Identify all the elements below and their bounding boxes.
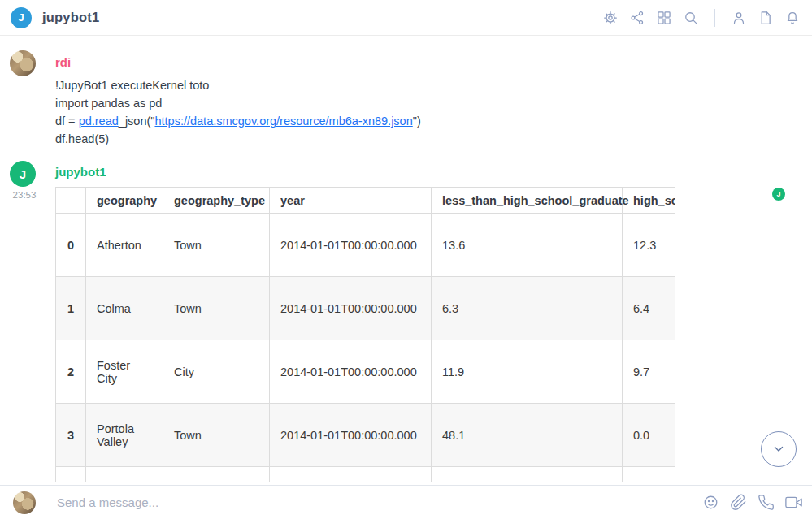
current-user-avatar bbox=[13, 491, 36, 514]
row-index: 2 bbox=[56, 340, 86, 404]
table-row: 0 Atherton Town 2014-01-01T00:00:00.000 … bbox=[56, 214, 676, 277]
table-cell: Portola Valley bbox=[86, 404, 163, 467]
table-cell: 13.6 bbox=[432, 214, 623, 277]
table-row-partial bbox=[56, 467, 676, 482]
emoji-icon[interactable] bbox=[701, 494, 719, 512]
table-cell: City bbox=[163, 340, 270, 404]
column-header: less_than_high_school_graduate bbox=[432, 188, 623, 214]
table-cell: Colma bbox=[86, 277, 163, 340]
code-text: df = bbox=[55, 115, 79, 128]
pd-read-link[interactable]: pd.read bbox=[79, 115, 119, 128]
paperclip-icon[interactable] bbox=[729, 494, 747, 512]
jupybot1-username[interactable]: jupybot1 bbox=[55, 165, 106, 179]
row-index bbox=[56, 467, 86, 482]
table-cell: 2014-01-01T00:00:00.000 bbox=[270, 214, 432, 277]
scroll-to-bottom-button[interactable] bbox=[761, 431, 797, 467]
gear-icon[interactable] bbox=[601, 9, 619, 27]
table-cell: 6.3 bbox=[432, 277, 623, 340]
phone-icon[interactable] bbox=[757, 494, 775, 512]
channel-title: jupybot1 bbox=[42, 10, 99, 25]
table-cell: 2014-01-01T00:00:00.000 bbox=[270, 404, 432, 467]
dataframe-table: geography geography_type year less_than_… bbox=[55, 187, 675, 482]
table-cell: 12.3 bbox=[623, 214, 676, 277]
table-cell: 6.4 bbox=[623, 277, 676, 340]
table-cell: 9.7 bbox=[623, 340, 676, 404]
message-input[interactable] bbox=[57, 495, 701, 509]
table-cell: 2014-01-01T00:00:00.000 bbox=[270, 340, 432, 404]
table-cell: 0.0 bbox=[623, 404, 676, 467]
table-row: 2 Foster City City 2014-01-01T00:00:00.0… bbox=[56, 340, 676, 404]
rdi-message-text: !JupyBot1 executeKernel toto import pand… bbox=[55, 76, 421, 148]
composer-actions bbox=[701, 494, 802, 512]
bell-icon[interactable] bbox=[784, 9, 801, 27]
table-row: 3 Portola Valley Town 2014-01-01T00:00:0… bbox=[56, 404, 676, 467]
table-cell: Town bbox=[163, 214, 270, 277]
person-icon[interactable] bbox=[730, 9, 748, 27]
header-actions bbox=[601, 0, 801, 36]
table-cell bbox=[432, 467, 623, 482]
table-cell: Foster City bbox=[86, 340, 163, 404]
column-header: geography bbox=[86, 188, 163, 214]
grid-icon[interactable] bbox=[655, 9, 673, 27]
row-index: 0 bbox=[56, 214, 86, 277]
table-cell bbox=[623, 467, 676, 482]
channel-header: J jupybot1 bbox=[0, 0, 812, 36]
table-cell bbox=[163, 467, 270, 482]
code-text: _json(" bbox=[119, 115, 155, 128]
chat-window: J jupybot1 bbox=[0, 0, 812, 519]
table-cell: 48.1 bbox=[432, 404, 623, 467]
table-cell: 2014-01-01T00:00:00.000 bbox=[270, 277, 432, 340]
rdi-username[interactable]: rdi bbox=[55, 55, 71, 69]
message-line: df.head(5) bbox=[55, 130, 421, 148]
column-header: high_sc bbox=[623, 188, 676, 214]
table-cell: Town bbox=[163, 404, 270, 467]
share-icon[interactable] bbox=[628, 9, 646, 27]
channel-avatar[interactable]: J bbox=[11, 7, 32, 28]
table-cell bbox=[270, 467, 432, 482]
message-timestamp: 23:53 bbox=[9, 190, 40, 200]
search-icon[interactable] bbox=[682, 9, 700, 27]
table-header-row: geography geography_type year less_than_… bbox=[56, 188, 676, 214]
message-line: import pandas as pd bbox=[55, 94, 421, 112]
column-header: geography_type bbox=[163, 188, 270, 214]
bot-presence-badge: J bbox=[772, 188, 785, 201]
jupybot1-avatar[interactable]: J bbox=[10, 161, 36, 187]
dataset-url-link[interactable]: https://data.smcgov.org/resource/mb6a-xn… bbox=[154, 115, 412, 128]
header-divider bbox=[714, 9, 715, 27]
message-line: !JupyBot1 executeKernel toto bbox=[55, 76, 421, 94]
table-cell: Atherton bbox=[86, 214, 163, 277]
table-cell bbox=[86, 467, 163, 482]
message-line: df = pd.read_json("https://data.smcgov.o… bbox=[55, 112, 421, 130]
table-row: 1 Colma Town 2014-01-01T00:00:00.000 6.3… bbox=[56, 277, 676, 340]
column-header bbox=[56, 188, 86, 214]
message-composer bbox=[0, 485, 812, 519]
table-cell: 11.9 bbox=[432, 340, 623, 404]
table-cell: Town bbox=[163, 277, 270, 340]
chevron-down-icon bbox=[771, 441, 787, 457]
file-icon[interactable] bbox=[757, 9, 775, 27]
video-camera-icon[interactable] bbox=[784, 494, 802, 512]
rdi-avatar[interactable] bbox=[10, 50, 36, 76]
row-index: 3 bbox=[56, 404, 86, 467]
code-text: ") bbox=[413, 115, 421, 128]
row-index: 1 bbox=[56, 277, 86, 340]
column-header: year bbox=[270, 188, 432, 214]
